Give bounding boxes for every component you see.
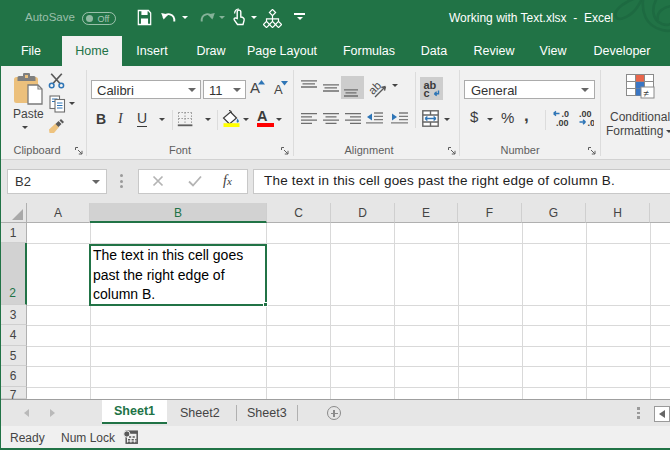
svg-text:≠: ≠ [644,88,650,99]
svg-text:.00: .00 [556,118,569,128]
svg-text:.0: .0 [588,118,595,128]
svg-text:ab: ab [368,79,383,97]
svg-text:c: c [424,87,430,98]
